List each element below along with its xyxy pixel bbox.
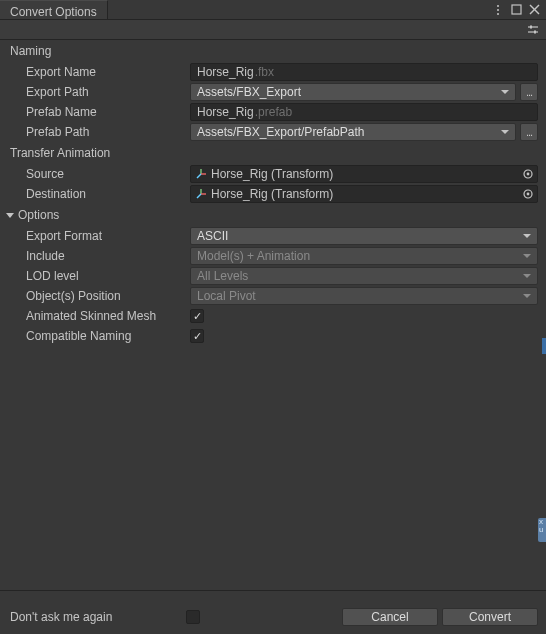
objpos-value: Local Pivot xyxy=(197,289,256,303)
lod-dropdown[interactable]: All Levels xyxy=(190,267,538,285)
export-name-input[interactable]: Horse_Rig.fbx xyxy=(190,63,538,81)
source-value: Horse_Rig (Transform) xyxy=(211,167,333,181)
section-transfer-header: Transfer Animation xyxy=(0,142,546,164)
cancel-button-label: Cancel xyxy=(371,610,408,624)
svg-rect-3 xyxy=(512,5,521,14)
prefab-path-browse-button[interactable]: ... xyxy=(520,123,538,141)
destination-object-field[interactable]: Horse_Rig (Transform) xyxy=(190,185,538,203)
convert-button[interactable]: Convert xyxy=(442,608,538,626)
scroll-handle[interactable] xyxy=(542,338,546,354)
compat-naming-checkbox[interactable] xyxy=(190,329,204,343)
export-name-value: Horse_Rig xyxy=(197,65,254,79)
svg-line-12 xyxy=(197,174,201,178)
include-value: Model(s) + Animation xyxy=(197,249,310,263)
objpos-dropdown[interactable]: Local Pivot xyxy=(190,287,538,305)
svg-line-17 xyxy=(197,194,201,198)
export-format-value: ASCII xyxy=(197,229,228,243)
export-format-dropdown[interactable]: ASCII xyxy=(190,227,538,245)
compat-naming-label: Compatible Naming xyxy=(26,329,186,343)
prefab-name-value: Horse_Rig xyxy=(197,105,254,119)
export-path-label: Export Path xyxy=(26,85,186,99)
row-object-position: Object(s) Position Local Pivot xyxy=(0,286,546,306)
convert-button-label: Convert xyxy=(469,610,511,624)
object-picker-icon[interactable] xyxy=(521,167,535,181)
settings-icon[interactable] xyxy=(526,23,540,37)
lod-value: All Levels xyxy=(197,269,248,283)
dont-ask-checkbox[interactable] xyxy=(186,610,200,624)
row-anim-skinned: Animated Skinned Mesh xyxy=(0,306,546,326)
svg-point-19 xyxy=(527,193,530,196)
svg-point-1 xyxy=(497,9,499,11)
svg-point-2 xyxy=(497,13,499,15)
footer: Don't ask me again Cancel Convert xyxy=(0,590,546,634)
row-export-format: Export Format ASCII xyxy=(0,226,546,246)
export-name-suffix: .fbx xyxy=(255,65,274,79)
export-path-browse-button[interactable]: ... xyxy=(520,83,538,101)
docked-tab-fragment: xu xyxy=(538,518,546,542)
prefab-path-dropdown[interactable]: Assets/FBX_Export/PrefabPath xyxy=(190,123,516,141)
row-lod: LOD level All Levels xyxy=(0,266,546,286)
object-picker-icon[interactable] xyxy=(521,187,535,201)
transform-icon xyxy=(195,188,207,200)
window-tab[interactable]: Convert Options xyxy=(0,0,108,19)
window-controls xyxy=(490,0,546,19)
row-export-path: Export Path Assets/FBX_Export ... xyxy=(0,82,546,102)
row-include: Include Model(s) + Animation xyxy=(0,246,546,266)
source-object-field[interactable]: Horse_Rig (Transform) xyxy=(190,165,538,183)
prefab-name-suffix: .prefab xyxy=(255,105,292,119)
include-label: Include xyxy=(26,249,186,263)
anim-skinned-checkbox[interactable] xyxy=(190,309,204,323)
kebab-menu-icon[interactable] xyxy=(490,2,506,18)
foldout-arrow-icon xyxy=(6,213,14,218)
row-source: Source Horse_Rig (Transform) xyxy=(0,164,546,184)
row-destination: Destination Horse_Rig (Transform) xyxy=(0,184,546,204)
options-header-label: Options xyxy=(18,208,59,222)
prefab-name-label: Prefab Name xyxy=(26,105,186,119)
row-export-name: Export Name Horse_Rig.fbx xyxy=(0,62,546,82)
title-bar: Convert Options xyxy=(0,0,546,20)
transform-icon xyxy=(195,168,207,180)
anim-skinned-label: Animated Skinned Mesh xyxy=(26,309,186,323)
row-compat-naming: Compatible Naming xyxy=(0,326,546,346)
panel-body: Naming Export Name Horse_Rig.fbx Export … xyxy=(0,40,546,346)
maximize-icon[interactable] xyxy=(508,2,524,18)
section-options-header[interactable]: Options xyxy=(0,204,546,226)
ellipsis-icon: ... xyxy=(526,86,532,98)
include-dropdown[interactable]: Model(s) + Animation xyxy=(190,247,538,265)
section-naming-header: Naming xyxy=(0,40,546,62)
toolbar xyxy=(0,20,546,40)
destination-value: Horse_Rig (Transform) xyxy=(211,187,333,201)
close-icon[interactable] xyxy=(526,2,542,18)
svg-rect-9 xyxy=(534,30,536,33)
prefab-path-label: Prefab Path xyxy=(26,125,186,139)
export-path-dropdown[interactable]: Assets/FBX_Export xyxy=(190,83,516,101)
svg-point-14 xyxy=(527,173,530,176)
cancel-button[interactable]: Cancel xyxy=(342,608,438,626)
export-name-label: Export Name xyxy=(26,65,186,79)
ellipsis-icon: ... xyxy=(526,126,532,138)
dont-ask-label: Don't ask me again xyxy=(10,610,186,624)
window-tab-label: Convert Options xyxy=(10,5,97,19)
row-prefab-path: Prefab Path Assets/FBX_Export/PrefabPath… xyxy=(0,122,546,142)
row-prefab-name: Prefab Name Horse_Rig.prefab xyxy=(0,102,546,122)
source-label: Source xyxy=(26,167,186,181)
lod-label: LOD level xyxy=(26,269,186,283)
export-path-value: Assets/FBX_Export xyxy=(197,85,301,99)
prefab-name-input[interactable]: Horse_Rig.prefab xyxy=(190,103,538,121)
svg-point-0 xyxy=(497,5,499,7)
destination-label: Destination xyxy=(26,187,186,201)
prefab-path-value: Assets/FBX_Export/PrefabPath xyxy=(197,125,364,139)
export-format-label: Export Format xyxy=(26,229,186,243)
svg-rect-8 xyxy=(530,25,532,28)
objpos-label: Object(s) Position xyxy=(26,289,186,303)
